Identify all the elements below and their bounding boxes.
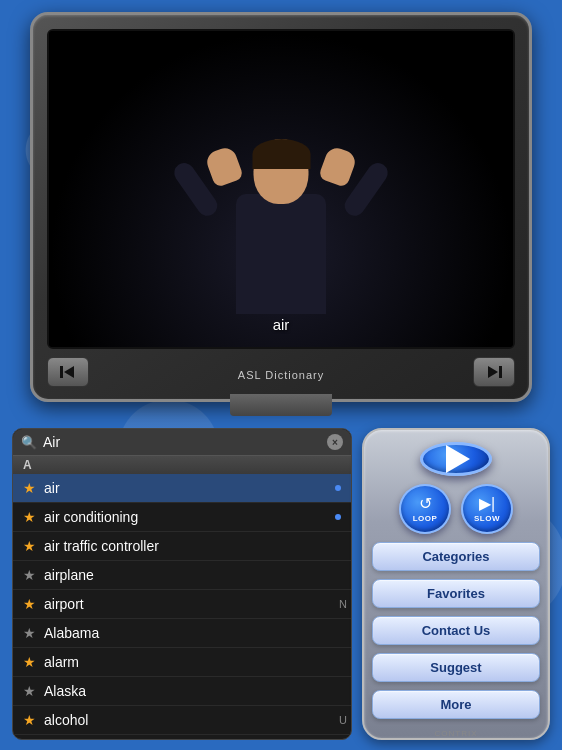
item-label: air traffic controller [44,538,341,554]
list-item[interactable]: ★ Alaska [13,677,351,706]
bottom-section: 🔍 × A ★ air ★ air conditioning ★ air tra… [0,418,562,750]
tv-label: ASL Dictionary [238,369,324,381]
loop-label: LOOP [413,514,438,523]
star-icon: ★ [23,596,36,612]
categories-button[interactable]: Categories [372,542,540,571]
video-content: air [49,31,513,347]
loop-icon: ↺ [419,496,432,512]
item-label: airport [44,596,341,612]
section-letter: U [339,714,347,726]
svg-marker-1 [64,366,74,378]
person-hand-right [318,145,358,188]
more-button[interactable]: More [372,690,540,719]
remote-panel: ↺ LOOP ▶| SLOW Categories Favorites Cont… [362,428,550,740]
star-icon: ★ [23,625,36,641]
item-label: alarm [44,654,341,670]
item-label: Alabama [44,625,341,641]
tv-frame: air ASL Dictionary [30,12,532,402]
star-icon: ★ [23,538,36,554]
person-hair [252,139,310,169]
star-icon: ★ [23,654,36,670]
item-label: alcohol [44,712,341,728]
current-word-display: air [273,316,290,333]
person-head [254,139,309,204]
list-item[interactable]: ★ alarm [13,648,351,677]
brand-label: CONTRIX [435,729,478,738]
list-item[interactable]: ★ air conditioning [13,503,351,532]
star-icon: ★ [23,480,36,496]
search-icon: 🔍 [21,435,37,450]
tv-stand [230,394,332,416]
list-item[interactable]: ★ alcohol U [13,706,351,735]
slow-button[interactable]: ▶| SLOW [461,484,513,534]
star-icon: ★ [23,683,36,699]
list-item[interactable]: ★ airplane [13,561,351,590]
section-header-a: A [13,456,351,474]
play-icon [446,445,470,473]
slow-label: SLOW [474,514,500,523]
star-icon: ★ [23,712,36,728]
list-panel: 🔍 × A ★ air ★ air conditioning ★ air tra… [12,428,352,740]
list-item[interactable]: ★ air [13,474,351,503]
list-item[interactable]: ★ Alabama [13,619,351,648]
star-icon: ★ [23,509,36,525]
list-item[interactable]: ★ airport N [13,590,351,619]
list-items-container: ★ air ★ air conditioning ★ air traffic c… [13,474,351,739]
search-clear-button[interactable]: × [327,434,343,450]
person-body [236,194,326,314]
item-label: air conditioning [44,509,331,525]
asl-signer [171,64,391,314]
item-label: air [44,480,331,496]
person-hand-left [204,145,244,188]
loop-button[interactable]: ↺ LOOP [399,484,451,534]
search-input[interactable] [43,434,321,450]
tv-screen: air [47,29,515,349]
svg-marker-3 [488,366,498,378]
svg-rect-0 [60,366,63,378]
play-button[interactable] [420,442,492,476]
list-item[interactable]: ★ alcoholic [13,735,351,739]
next-button[interactable] [473,357,515,387]
item-dot [335,485,341,491]
item-dot [335,514,341,520]
favorites-button[interactable]: Favorites [372,579,540,608]
item-label: Alaska [44,683,341,699]
contact-us-button[interactable]: Contact Us [372,616,540,645]
prev-button[interactable] [47,357,89,387]
suggest-button[interactable]: Suggest [372,653,540,682]
list-item[interactable]: ★ air traffic controller [13,532,351,561]
slow-icon: ▶| [479,496,495,512]
search-bar: 🔍 × [13,429,351,456]
item-label: airplane [44,567,341,583]
svg-rect-2 [499,366,502,378]
remote-row: ↺ LOOP ▶| SLOW [399,484,513,534]
star-icon: ★ [23,567,36,583]
section-letter: N [339,598,347,610]
